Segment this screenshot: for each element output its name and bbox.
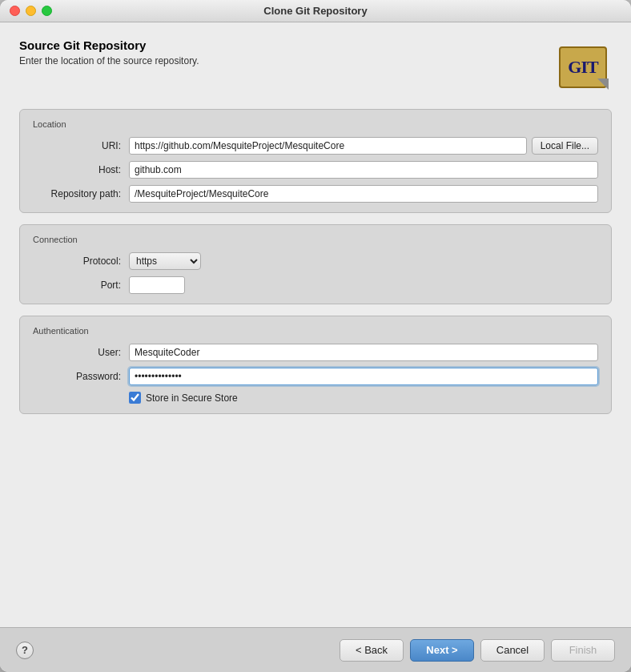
host-label: Host: [33, 164, 129, 175]
user-label: User: [33, 347, 129, 358]
user-row: User: [33, 344, 598, 361]
protocol-select[interactable]: https http git ssh [129, 252, 201, 270]
uri-label: URI: [33, 140, 129, 151]
back-button[interactable]: < Back [340, 639, 404, 662]
store-label: Store in Secure Store [146, 392, 238, 404]
repo-path-label: Repository path: [33, 188, 129, 199]
port-input[interactable] [129, 276, 185, 294]
nav-buttons: < Back Next > Cancel Finish [340, 639, 615, 662]
window: Clone Git Repository Source Git Reposito… [0, 0, 631, 672]
host-input[interactable] [129, 161, 598, 179]
header-text: Source Git Repository Enter the location… [19, 38, 199, 66]
cancel-button[interactable]: Cancel [480, 639, 545, 662]
finish-button[interactable]: Finish [551, 639, 615, 662]
page-subtitle: Enter the location of the source reposit… [19, 55, 199, 66]
uri-row: URI: Local File... [33, 137, 598, 155]
header: Source Git Repository Enter the location… [19, 38, 612, 96]
traffic-lights [10, 6, 52, 16]
repo-path-row: Repository path: [33, 185, 598, 203]
authentication-section: Authentication User: Password: Store in … [19, 316, 612, 414]
connection-section: Connection Protocol: https http git ssh … [19, 224, 612, 304]
git-logo: GIT [554, 38, 612, 96]
user-input[interactable] [129, 344, 598, 361]
help-button[interactable]: ? [16, 642, 34, 659]
password-row: Password: [33, 368, 598, 385]
close-button[interactable] [10, 6, 20, 16]
titlebar: Clone Git Repository [0, 0, 631, 22]
protocol-label: Protocol: [33, 256, 129, 267]
protocol-row: Protocol: https http git ssh [33, 252, 598, 270]
main-content: Source Git Repository Enter the location… [0, 22, 631, 627]
repo-path-input[interactable] [129, 185, 598, 203]
location-section-title: Location [33, 119, 598, 129]
git-logo-box: GIT [559, 46, 607, 88]
minimize-button[interactable] [26, 6, 36, 16]
location-section: Location URI: Local File... Host: Reposi… [19, 109, 612, 213]
host-row: Host: [33, 161, 598, 179]
port-label: Port: [33, 280, 129, 291]
password-label: Password: [33, 371, 129, 382]
git-logo-arrow [597, 78, 609, 90]
uri-input-group: Local File... [129, 137, 598, 155]
store-row: Store in Secure Store [33, 392, 598, 404]
store-checkbox[interactable] [129, 392, 141, 404]
window-title: Clone Git Repository [263, 5, 367, 17]
auth-section-title: Authentication [33, 326, 598, 336]
uri-input[interactable] [129, 137, 527, 155]
page-title: Source Git Repository [19, 38, 199, 52]
port-row: Port: [33, 276, 598, 294]
bottom-bar: ? < Back Next > Cancel Finish [0, 627, 631, 672]
connection-section-title: Connection [33, 235, 598, 244]
next-button[interactable]: Next > [410, 639, 474, 662]
local-file-button[interactable]: Local File... [532, 137, 598, 155]
maximize-button[interactable] [42, 6, 52, 16]
password-input[interactable] [129, 368, 598, 385]
